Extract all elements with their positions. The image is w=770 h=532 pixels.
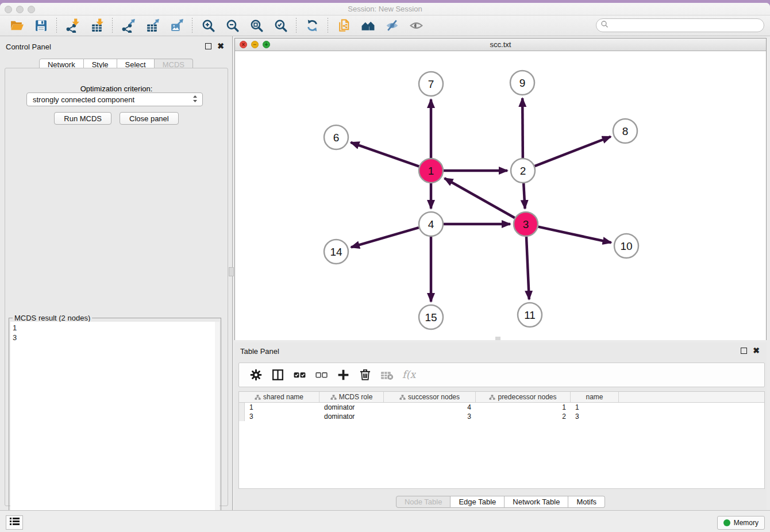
settings-gear-icon[interactable] xyxy=(248,367,264,383)
graph-node-15[interactable]: 15 xyxy=(419,305,443,329)
graph-node-14[interactable]: 14 xyxy=(324,240,348,264)
graph-edge-3-1[interactable] xyxy=(445,178,515,218)
mcds-panel: Optimization criterion: strongly connect… xyxy=(5,68,228,506)
graph-node-11[interactable]: 11 xyxy=(518,303,542,327)
graph-edge-4-14[interactable] xyxy=(351,228,419,247)
network-canvas[interactable]: 7968124314101511 xyxy=(235,51,766,340)
export-table-icon[interactable] xyxy=(144,17,161,34)
graph-edge-2-9[interactable] xyxy=(522,98,523,158)
column-view-icon[interactable] xyxy=(270,367,286,383)
float-table-panel-icon[interactable] xyxy=(741,348,747,354)
table-cell[interactable]: dominator xyxy=(319,403,384,412)
table-cell[interactable]: 3 xyxy=(384,412,476,421)
column-header-predecessor-nodes[interactable]: predecessor nodes xyxy=(476,392,571,402)
hierarchy-icon xyxy=(489,394,495,400)
column-header-shared-name[interactable]: shared name xyxy=(239,392,319,402)
clone-network-icon[interactable] xyxy=(335,17,352,34)
zoom-fit-icon[interactable] xyxy=(248,17,265,34)
zoom-in-icon[interactable] xyxy=(199,17,217,34)
graph-node-4[interactable]: 4 xyxy=(419,212,443,236)
graph-node-6[interactable]: 6 xyxy=(324,125,348,149)
result-scrollbar[interactable] xyxy=(215,322,220,530)
table-cell[interactable]: 2 xyxy=(476,412,571,421)
export-image-icon[interactable] xyxy=(168,17,185,34)
table-cell[interactable]: 1 xyxy=(476,403,571,412)
import-table-icon[interactable] xyxy=(88,17,105,34)
tab-network-table[interactable]: Network Table xyxy=(505,496,568,508)
table-row[interactable]: 3dominator323 xyxy=(239,412,764,421)
tab-motifs[interactable]: Motifs xyxy=(568,496,605,508)
table-toolbar: f(x) xyxy=(238,363,765,387)
open-session-icon[interactable] xyxy=(8,17,25,34)
table-cell[interactable]: 3 xyxy=(571,412,619,421)
close-table-panel-icon[interactable]: ✖ xyxy=(753,348,760,354)
home-layout-icon[interactable] xyxy=(359,17,376,34)
export-network-icon[interactable] xyxy=(120,17,137,34)
toolbar-separator xyxy=(328,18,328,34)
close-panel-button[interactable]: Close panel xyxy=(120,112,179,125)
save-session-icon[interactable] xyxy=(32,17,49,34)
import-network-icon[interactable] xyxy=(64,17,81,34)
table-cell[interactable]: dominator xyxy=(319,412,384,421)
table-row[interactable]: 1dominator411 xyxy=(239,403,764,412)
tab-node-table[interactable]: Node Table xyxy=(396,496,451,508)
hide-panel-icon[interactable] xyxy=(383,17,401,34)
row-gutter xyxy=(239,412,245,421)
graph-node-8[interactable]: 8 xyxy=(613,119,637,143)
zoom-selected-icon[interactable] xyxy=(272,17,289,34)
canvas-scroll-knob[interactable] xyxy=(495,337,500,340)
svg-text:4: 4 xyxy=(428,218,434,230)
zoom-out-icon[interactable] xyxy=(224,17,241,34)
mcds-result-box: MCDS result (2 nodes) 13 xyxy=(9,318,221,532)
table-cell[interactable]: 1 xyxy=(245,403,319,412)
run-mcds-button[interactable]: Run MCDS xyxy=(54,112,111,125)
graph-edge-2-8[interactable] xyxy=(535,137,611,166)
graph-node-7[interactable]: 7 xyxy=(419,72,443,96)
graph-edge-2-3[interactable] xyxy=(523,183,525,209)
tab-edge-table[interactable]: Edge Table xyxy=(451,496,505,508)
search-box[interactable] xyxy=(596,18,764,32)
network-view-window: × − + scc.txt 7968124314101511 xyxy=(234,38,767,340)
application-window: Session: New Session Control Panel ✖ Net… xyxy=(0,3,770,532)
search-input[interactable] xyxy=(609,20,764,30)
graph-edge-1-6[interactable] xyxy=(351,142,419,167)
panel-splitter-handle[interactable] xyxy=(229,267,234,276)
node-table: shared nameMCDS rolesuccessor nodesprede… xyxy=(238,391,765,489)
list-icon xyxy=(10,517,20,528)
column-header-MCDS-role[interactable]: MCDS role xyxy=(319,392,384,402)
task-history-button[interactable] xyxy=(6,515,23,530)
graph-node-10[interactable]: 10 xyxy=(614,234,638,258)
graph-edge-3-10[interactable] xyxy=(538,227,611,243)
toolbar-separator xyxy=(296,18,297,34)
select-all-icon[interactable] xyxy=(291,367,307,383)
close-panel-icon[interactable]: ✖ xyxy=(217,43,224,49)
status-bar: Memory xyxy=(0,510,770,532)
float-panel-icon[interactable] xyxy=(205,43,211,49)
network-window-title: scc.txt xyxy=(235,40,766,49)
graph-edge-3-11[interactable] xyxy=(526,237,529,299)
graph-node-2[interactable]: 2 xyxy=(511,159,535,183)
hierarchy-icon xyxy=(255,394,261,400)
graph-node-3[interactable]: 3 xyxy=(514,212,538,236)
delete-column-icon[interactable] xyxy=(357,367,373,383)
show-panel-icon[interactable] xyxy=(407,17,425,34)
criterion-dropdown-value: strongly connected component xyxy=(33,95,192,104)
add-column-icon[interactable] xyxy=(335,367,351,383)
refresh-icon[interactable] xyxy=(303,17,321,34)
memory-button[interactable]: Memory xyxy=(717,516,765,530)
mcds-result-title: MCDS result (2 nodes) xyxy=(13,314,92,322)
graph-node-1[interactable]: 1 xyxy=(419,159,443,183)
graph-node-9[interactable]: 9 xyxy=(510,71,534,95)
svg-text:8: 8 xyxy=(622,125,629,137)
toolbar-separator xyxy=(192,18,192,34)
column-header-successor-nodes[interactable]: successor nodes xyxy=(384,392,476,402)
criterion-dropdown[interactable]: strongly connected component xyxy=(26,92,203,106)
mcds-result-list[interactable]: 13 xyxy=(10,322,215,530)
column-header-name[interactable]: name xyxy=(571,392,619,402)
svg-text:1: 1 xyxy=(428,165,434,177)
network-window-titlebar[interactable]: × − + scc.txt xyxy=(235,38,766,51)
table-cell[interactable]: 3 xyxy=(245,412,319,421)
table-cell[interactable]: 4 xyxy=(384,403,476,412)
deselect-all-icon[interactable] xyxy=(313,367,329,383)
table-cell[interactable]: 1 xyxy=(571,403,619,412)
